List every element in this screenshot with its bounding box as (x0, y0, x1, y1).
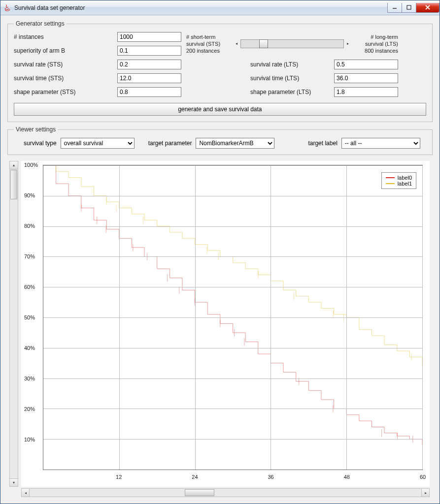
maximize-button[interactable] (402, 3, 416, 13)
surv-time-sts-input[interactable] (117, 73, 181, 83)
chart-area: ▴ ▾ label0 label1 (7, 159, 433, 499)
gridline-vertical (346, 165, 347, 470)
lts-slider-label: # long-term survival (LTS) 800 instances (354, 33, 398, 55)
gridline-horizontal (43, 256, 422, 257)
y-tick-label: 60% (24, 284, 35, 290)
gridline-horizontal (43, 287, 422, 287)
survival-type-label: survival type (24, 140, 57, 147)
series-label0 (43, 165, 422, 445)
generator-legend: Generator settings (14, 20, 67, 27)
x-tick-label: 36 (268, 474, 273, 480)
gridline-horizontal (43, 348, 422, 348)
gridline-horizontal (43, 226, 422, 227)
shape-lts-input[interactable] (334, 87, 398, 97)
y-tick-label: 10% (24, 437, 35, 442)
survival-type-select[interactable]: overall survival (61, 138, 135, 149)
titlebar[interactable]: Survival data set generator (0, 0, 440, 15)
gridline-horizontal (43, 439, 422, 440)
slider-thumb[interactable] (259, 39, 268, 48)
viewer-legend: Viewer settings (14, 126, 58, 133)
java-icon (3, 4, 11, 12)
shape-sts-input[interactable] (117, 87, 181, 97)
instances-label: # instances (14, 33, 112, 40)
horizontal-scrollbar[interactable]: ◂ ▸ (21, 488, 430, 497)
gridline-vertical (195, 165, 196, 470)
gridline-vertical (271, 165, 271, 470)
scroll-down-icon[interactable]: ▾ (10, 478, 18, 486)
gridline-horizontal (43, 317, 422, 318)
gridline-horizontal (43, 409, 422, 409)
legend-swatch-label1 (386, 183, 395, 184)
scroll-up-icon[interactable]: ▴ (10, 161, 18, 169)
target-label-label: target label (308, 140, 337, 147)
legend-item-label1: label1 (386, 181, 412, 187)
survival-plot: label0 label1 (43, 165, 423, 470)
x-tick-label: 48 (344, 474, 350, 480)
y-tick-label: 30% (24, 376, 35, 381)
y-tick-label: 20% (24, 406, 35, 412)
legend-text-label0: label0 (398, 175, 412, 181)
shape-lts-label: shape parameter (LTS) (250, 89, 329, 95)
hscroll-thumb[interactable] (185, 489, 214, 496)
y-tick-label: 70% (24, 253, 35, 259)
legend-item-label0: label0 (386, 175, 412, 181)
surv-time-lts-label: survival time (LTS) (250, 75, 329, 82)
vscroll-thumb[interactable] (10, 170, 17, 199)
generator-settings-group: Generator settings # instances # short-t… (7, 20, 433, 122)
y-tick-label: 40% (24, 345, 35, 351)
y-tick-label: 90% (24, 192, 35, 198)
scroll-right-icon[interactable]: ▸ (421, 489, 429, 497)
y-tick-label: 100% (24, 162, 38, 168)
close-button[interactable] (416, 3, 440, 13)
viewer-settings-group: Viewer settings survival type overall su… (7, 126, 433, 155)
x-tick-label: 12 (116, 474, 122, 480)
surv-time-lts-input[interactable] (334, 73, 398, 83)
y-tick-label: 50% (24, 315, 35, 320)
x-tick-label: 24 (192, 474, 198, 480)
generate-button[interactable]: generate and save survival data (14, 103, 426, 116)
target-label-select[interactable]: -- all -- (341, 138, 420, 149)
gridline-horizontal (43, 196, 422, 196)
minimize-button[interactable] (387, 3, 402, 13)
svg-rect-1 (407, 5, 411, 9)
target-param-select[interactable]: NomBiomarkerArmB (196, 138, 274, 149)
surv-rate-lts-input[interactable] (334, 60, 398, 69)
sts-lts-slider-block: # short-term survival (STS) 200 instance… (186, 33, 398, 55)
slider-right-icon[interactable]: ▸ (345, 40, 351, 47)
sts-lts-slider[interactable] (240, 39, 344, 48)
x-tick-label: 60 (420, 474, 426, 480)
instances-input[interactable] (117, 32, 181, 42)
y-tick-label: 80% (24, 223, 35, 229)
surv-time-sts-label: survival time (STS) (14, 75, 112, 82)
scroll-left-icon[interactable]: ◂ (22, 489, 30, 497)
gridline-vertical (119, 165, 120, 470)
superiority-label: superiority of arm B (14, 47, 112, 54)
slider-left-icon[interactable]: ◂ (234, 40, 239, 47)
window-buttons (388, 3, 440, 13)
vertical-scrollbar[interactable]: ▴ ▾ (9, 161, 18, 487)
surv-rate-lts-label: survival rate (LTS) (250, 61, 329, 68)
chart-legend: label0 label1 (381, 172, 416, 189)
gridline-horizontal (43, 165, 422, 166)
client-area: Generator settings # instances # short-t… (0, 15, 440, 504)
sts-slider-label: # short-term survival (STS) 200 instance… (186, 33, 231, 55)
window-title: Survival data set generator (14, 4, 388, 11)
shape-sts-label: shape parameter (STS) (14, 89, 112, 95)
app-window: Survival data set generator Generator se… (0, 0, 440, 504)
superiority-input[interactable] (117, 46, 181, 56)
chart-canvas: label0 label1 10%20%30%40%50%60%70%80%90… (21, 161, 430, 487)
surv-rate-sts-label: survival rate (STS) (14, 61, 112, 68)
gridline-horizontal (43, 378, 422, 379)
legend-text-label1: label1 (398, 181, 412, 187)
target-param-label: target parameter (148, 140, 192, 147)
legend-swatch-label0 (386, 177, 395, 178)
gridline-vertical (422, 165, 423, 470)
surv-rate-sts-input[interactable] (117, 60, 181, 69)
